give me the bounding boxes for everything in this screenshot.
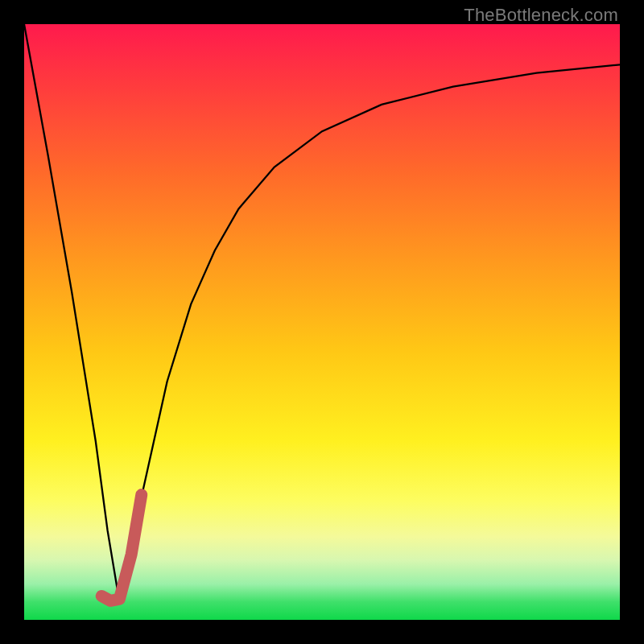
credit-watermark: TheBottleneck.com: [464, 5, 618, 26]
bottleneck-curve: [24, 24, 620, 602]
chart-frame: TheBottleneck.com: [0, 0, 644, 644]
chart-overlay: [24, 24, 620, 620]
j-hook-marker: [101, 495, 142, 601]
